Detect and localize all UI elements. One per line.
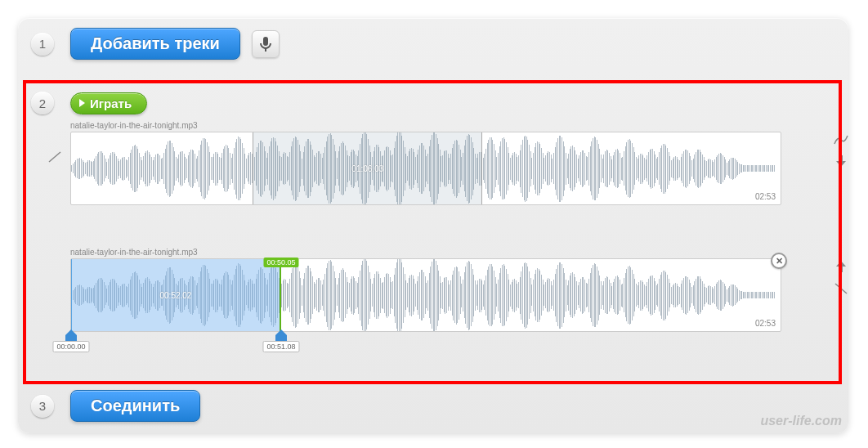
track2-start-time: 00:00.00	[52, 341, 89, 352]
track2-remove-button[interactable]: ✕	[771, 253, 787, 269]
track2-start-handle[interactable]	[65, 329, 77, 341]
step2-number: 2	[31, 92, 54, 114]
track2-waveform[interactable]: 00:52.02 00:50.05 00:00.00 00:51.08 02:5…	[70, 258, 781, 332]
microphone-button[interactable]	[252, 30, 280, 58]
microphone-icon	[260, 37, 271, 52]
track2-duration: 02:53	[755, 319, 776, 328]
track2-filename: natalie-taylor-in-the-air-tonight.mp3	[70, 248, 821, 257]
play-icon	[79, 99, 85, 107]
track1-area: natalie-taylor-in-the-air-tonight.mp3 01…	[70, 121, 821, 205]
track1-selection-time: 01:06.03	[351, 164, 383, 173]
track2-selection-time: 00:52.02	[159, 291, 191, 300]
track2-marker-label: 00:50.05	[263, 258, 298, 267]
step1-row: 1 Добавить треки	[18, 18, 848, 69]
step1-number: 1	[31, 33, 54, 56]
move-down-icon[interactable]	[835, 155, 847, 170]
track2-end-time: 00:51.08	[262, 341, 299, 352]
watermark: user-life.com	[760, 414, 842, 428]
step3-row: 3 Соединить	[31, 390, 200, 422]
move-up-icon[interactable]	[835, 261, 847, 276]
step2-section: 2 Играть natalie-taylor-in-the-air-tonig…	[31, 92, 835, 332]
play-button[interactable]: Играть	[70, 92, 147, 114]
crossfade-icon[interactable]	[834, 134, 848, 149]
join-button[interactable]: Соединить	[70, 390, 200, 422]
app-container: 1 Добавить треки 2 Играть natalie-taylor…	[18, 18, 848, 433]
play-label: Играть	[90, 96, 132, 110]
track1-waveform[interactable]: 01:06.03 02:53	[70, 132, 781, 205]
track2-fade-right-button[interactable]	[834, 282, 848, 300]
track1-duration: 02:53	[755, 192, 776, 201]
track1-filename: natalie-taylor-in-the-air-tonight.mp3	[70, 121, 821, 130]
add-tracks-button[interactable]: Добавить треки	[70, 28, 240, 60]
track2-end-handle[interactable]	[275, 329, 287, 341]
track2-area: natalie-taylor-in-the-air-tonight.mp3 00…	[70, 248, 821, 332]
step3-number: 3	[31, 395, 54, 418]
track1-fade-left-button[interactable]	[47, 150, 62, 168]
